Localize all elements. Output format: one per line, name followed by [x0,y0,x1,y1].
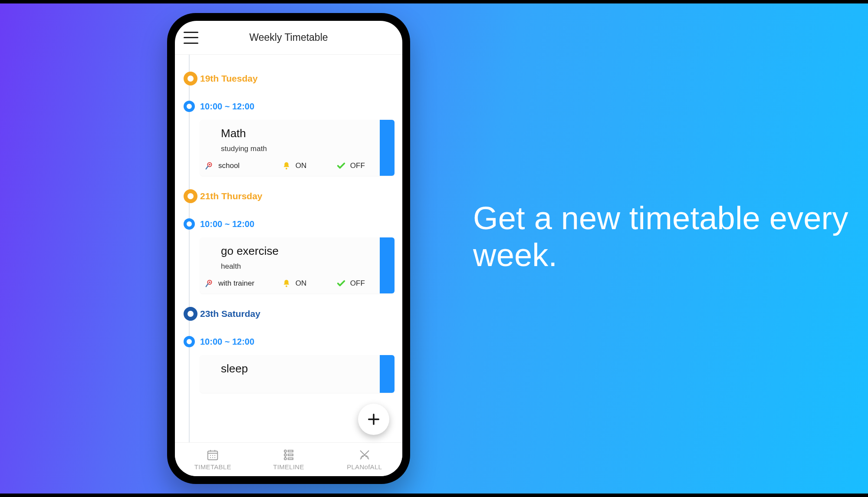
nav-planofall[interactable]: PLANofALL [326,443,402,476]
bell-icon [282,279,291,288]
nav-label: TIMETABLE [194,463,231,471]
card-accent [380,237,395,293]
timeline-body[interactable]: 19th Tuesday 10:00 ~ 12:00 Math studying… [175,55,402,442]
event-card[interactable]: sleep [200,355,395,393]
nav-label: PLANofALL [347,463,382,471]
event-location: school [218,161,240,170]
event-check: OFF [350,279,365,288]
svg-point-17 [210,457,211,458]
svg-point-19 [214,457,215,458]
svg-point-18 [212,457,213,458]
day-dot-icon [184,189,197,203]
timeline-icon [282,448,295,461]
app-title: Weekly Timetable [175,32,402,43]
event-card[interactable]: go exercise health with trainer [200,237,395,293]
time-label: 10:00 ~ 12:00 [200,337,254,347]
time-dot-icon [184,336,195,347]
card-accent [380,120,395,176]
time-label: 10:00 ~ 12:00 [200,219,254,229]
event-check: OFF [350,161,365,170]
svg-rect-25 [288,450,293,452]
bottom-nav: TIMETABLE TIMELINE [175,442,402,476]
day-header: 21th Thursday [175,189,402,204]
time-row: 10:00 ~ 12:00 [175,99,402,114]
svg-point-14 [210,455,211,456]
event-alarm: ON [296,279,307,288]
event-subtitle: studying math [221,145,387,153]
location-pin-icon [204,161,214,171]
event-title: go exercise [221,244,387,258]
letterbox-top [0,0,868,3]
event-title: Math [221,127,387,140]
nav-timeline[interactable]: TIMELINE [251,443,327,476]
day-header: 23th Saturday [175,306,402,321]
day-label: 19th Tuesday [200,73,258,84]
svg-rect-26 [288,454,293,456]
location-pin-icon [204,279,214,288]
svg-point-16 [214,455,215,456]
svg-point-15 [212,455,213,456]
event-meta: with trainer ON [204,279,387,288]
event-title: sleep [221,362,387,375]
nav-label: TIMELINE [273,463,304,471]
event-location: with trainer [218,279,254,288]
time-dot-icon [184,101,195,112]
day-dot-icon [184,307,197,321]
svg-line-32 [360,458,362,459]
card-accent [380,355,395,393]
day-label: 21th Thursday [200,191,263,201]
menu-icon[interactable] [184,32,198,44]
event-alarm: ON [296,161,307,170]
svg-line-6 [206,284,208,286]
time-label: 10:00 ~ 12:00 [200,102,254,112]
svg-point-20 [284,450,286,452]
svg-line-2 [206,166,208,169]
add-event-button[interactable] [358,404,389,435]
event-subtitle: health [221,262,387,271]
event-meta: school ON [204,161,387,171]
svg-point-7 [286,286,287,287]
svg-line-33 [367,458,369,459]
svg-point-22 [284,458,286,460]
svg-rect-27 [288,458,293,460]
time-row: 10:00 ~ 12:00 [175,217,402,231]
day-header: 19th Tuesday [175,71,402,86]
plus-icon [366,412,381,427]
nav-timetable[interactable]: TIMETABLE [175,443,251,476]
svg-point-1 [209,164,210,165]
time-row: 10:00 ~ 12:00 [175,334,402,349]
check-icon [336,279,346,288]
svg-point-21 [284,454,286,456]
svg-point-3 [286,168,287,170]
bell-icon [282,161,291,171]
swords-icon [358,448,371,461]
day-dot-icon [184,72,197,86]
letterbox-bottom [0,494,868,497]
promo-tagline: Get a new timetable every week. [473,200,868,273]
app-header: Weekly Timetable [175,21,402,55]
day-label: 23th Saturday [200,309,260,319]
phone-frame: Weekly Timetable 19th Tuesday 10:00 ~ 12… [167,13,410,484]
svg-point-5 [209,281,210,283]
calendar-icon [206,448,219,461]
phone-screen: Weekly Timetable 19th Tuesday 10:00 ~ 12… [175,21,402,476]
check-icon [336,161,346,171]
event-card[interactable]: Math studying math school [200,120,395,176]
time-dot-icon [184,218,195,230]
